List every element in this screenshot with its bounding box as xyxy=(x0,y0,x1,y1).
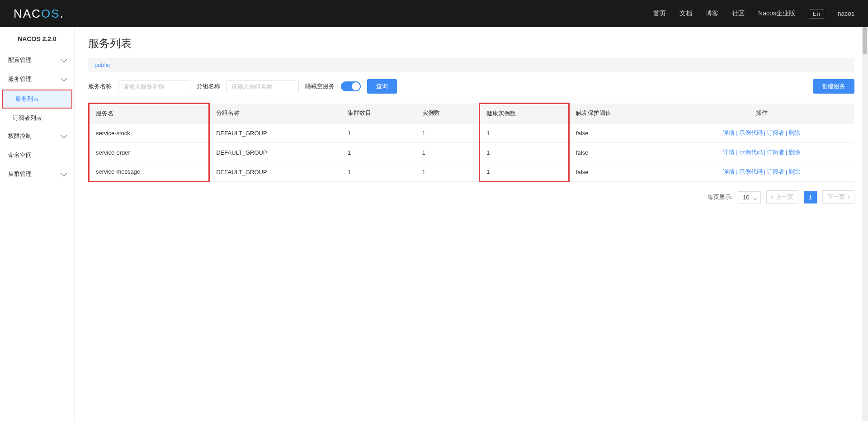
namespace-bar: public xyxy=(88,58,854,72)
chevron-down-icon xyxy=(61,132,67,138)
nav-docs[interactable]: 文档 xyxy=(679,9,692,18)
chevron-down-icon xyxy=(61,56,67,62)
page-number-1[interactable]: 1 xyxy=(804,191,817,203)
nav-community[interactable]: 社区 xyxy=(732,9,745,18)
cell-clusters: 1 xyxy=(341,143,416,162)
hide-empty-label: 隐藏空服务 xyxy=(305,82,335,90)
sidebar-version: NACOS 2.2.0 xyxy=(0,35,74,51)
cell-clusters: 1 xyxy=(341,162,416,182)
nav-home[interactable]: 首页 xyxy=(653,9,666,18)
service-name-input[interactable] xyxy=(118,80,190,93)
action-sample-code[interactable]: 示例代码 xyxy=(739,149,763,156)
logo[interactable]: NACOS. xyxy=(14,7,64,21)
arrow-left-icon xyxy=(771,195,774,199)
cell-actions: 详情|示例代码|订阅者|删除 xyxy=(669,162,854,182)
sidebar-item-auth[interactable]: 权限控制 xyxy=(0,127,74,146)
sidebar-item-config[interactable]: 配置管理 xyxy=(0,51,74,70)
action-detail[interactable]: 详情 xyxy=(723,149,735,156)
next-page-button[interactable]: 下一页 xyxy=(822,190,854,204)
col-healthy: 健康实例数 xyxy=(480,104,569,123)
page-size-label: 每页显示: xyxy=(708,193,733,201)
action-sample-code[interactable]: 示例代码 xyxy=(739,168,763,175)
sidebar-item-label: 集群管理 xyxy=(8,170,32,178)
search-row: 服务名称 分组名称 隐藏空服务 查询 创建服务 xyxy=(88,79,854,94)
scrollbar-thumb[interactable] xyxy=(863,27,867,54)
cell-actions: 详情|示例代码|订阅者|删除 xyxy=(669,123,854,143)
table-row: service-messageDEFAULT_GROUP111false详情|示… xyxy=(89,162,855,182)
action-delete[interactable]: 删除 xyxy=(788,129,800,136)
arrow-right-icon xyxy=(846,195,850,199)
page-size-select[interactable]: 10 xyxy=(738,191,760,203)
chevron-down-icon xyxy=(61,170,67,176)
col-threshold: 触发保护阈值 xyxy=(569,104,669,123)
content: 服务列表 public 服务名称 分组名称 隐藏空服务 查询 创建服务 服务名 xyxy=(75,27,868,421)
action-detail[interactable]: 详情 xyxy=(723,129,735,136)
action-subscribers[interactable]: 订阅者 xyxy=(767,129,784,136)
action-sample-code[interactable]: 示例代码 xyxy=(739,129,763,136)
cell-instances: 1 xyxy=(416,123,480,143)
cell-healthy: 1 xyxy=(480,162,569,182)
cell-instances: 1 xyxy=(416,143,480,162)
pagination: 每页显示: 10 上一页 1 下一页 xyxy=(88,190,854,204)
service-table: 服务名 分组名称 集群数目 实例数 健康实例数 触发保护阈值 操作 servic… xyxy=(88,103,854,182)
sidebar-item-label: 服务管理 xyxy=(8,75,32,83)
chevron-down-icon xyxy=(61,75,67,81)
action-delete[interactable]: 删除 xyxy=(788,168,800,175)
col-service-name: 服务名 xyxy=(89,104,209,123)
cell-threshold: false xyxy=(569,143,669,162)
prev-page-button[interactable]: 上一页 xyxy=(766,190,798,204)
cell-group: DEFAULT_GROUP xyxy=(209,143,341,162)
cell-threshold: false xyxy=(569,123,669,143)
group-name-label: 分组名称 xyxy=(197,82,220,90)
cell-healthy: 1 xyxy=(480,123,569,143)
nav-blog[interactable]: 博客 xyxy=(706,9,718,18)
user-name[interactable]: nacos xyxy=(838,10,854,17)
service-name-label: 服务名称 xyxy=(88,82,112,90)
app-header: NACOS. 首页 文档 博客 社区 Nacos企业版 En nacos xyxy=(0,0,868,27)
logo-text: NACOS. xyxy=(14,7,64,21)
nav-enterprise[interactable]: Nacos企业版 xyxy=(758,9,795,18)
create-service-button[interactable]: 创建服务 xyxy=(813,79,854,94)
cell-group: DEFAULT_GROUP xyxy=(209,162,341,182)
table-header-row: 服务名 分组名称 集群数目 实例数 健康实例数 触发保护阈值 操作 xyxy=(89,104,855,123)
cell-instances: 1 xyxy=(416,162,480,182)
sidebar-item-label: 配置管理 xyxy=(8,56,32,64)
cell-service-name: service-message xyxy=(89,162,209,182)
hide-empty-toggle[interactable] xyxy=(341,81,361,91)
sidebar-subitem-subscribers[interactable]: 订阅者列表 xyxy=(0,109,74,127)
page-title: 服务列表 xyxy=(88,36,854,51)
language-toggle[interactable]: En xyxy=(809,9,824,19)
action-subscribers[interactable]: 订阅者 xyxy=(767,149,784,156)
col-instances: 实例数 xyxy=(416,104,480,123)
table-row: service-stockDEFAULT_GROUP111false详情|示例代… xyxy=(89,123,855,143)
table-row: service-orderDEFAULT_GROUP111false详情|示例代… xyxy=(89,143,855,162)
query-button[interactable]: 查询 xyxy=(367,79,397,94)
vertical-scrollbar[interactable] xyxy=(862,27,868,421)
group-name-input[interactable] xyxy=(226,80,299,93)
header-nav: 首页 文档 博客 社区 Nacos企业版 En nacos xyxy=(653,9,854,19)
cell-service-name: service-order xyxy=(89,143,209,162)
col-actions: 操作 xyxy=(669,104,854,123)
sidebar-item-namespace[interactable]: 命名空间 xyxy=(0,146,74,165)
action-subscribers[interactable]: 订阅者 xyxy=(767,168,784,175)
main-layout: NACOS 2.2.0 配置管理 服务管理 服务列表 订阅者列表 权限控制 命名… xyxy=(0,27,868,421)
cell-clusters: 1 xyxy=(341,123,416,143)
action-detail[interactable]: 详情 xyxy=(723,168,735,175)
namespace-public[interactable]: public xyxy=(94,61,110,68)
sidebar-item-label: 命名空间 xyxy=(8,151,32,159)
sidebar-subitem-service-list[interactable]: 服务列表 xyxy=(2,90,72,109)
sidebar-item-label: 权限控制 xyxy=(8,132,32,140)
sidebar-item-cluster[interactable]: 集群管理 xyxy=(0,165,74,184)
sidebar: NACOS 2.2.0 配置管理 服务管理 服务列表 订阅者列表 权限控制 命名… xyxy=(0,27,75,421)
cell-threshold: false xyxy=(569,162,669,182)
col-group: 分组名称 xyxy=(209,104,341,123)
cell-healthy: 1 xyxy=(480,143,569,162)
cell-actions: 详情|示例代码|订阅者|删除 xyxy=(669,143,854,162)
sidebar-item-service[interactable]: 服务管理 xyxy=(0,70,74,89)
cell-group: DEFAULT_GROUP xyxy=(209,123,341,143)
cell-service-name: service-stock xyxy=(89,123,209,143)
action-delete[interactable]: 删除 xyxy=(788,149,800,156)
col-clusters: 集群数目 xyxy=(341,104,416,123)
